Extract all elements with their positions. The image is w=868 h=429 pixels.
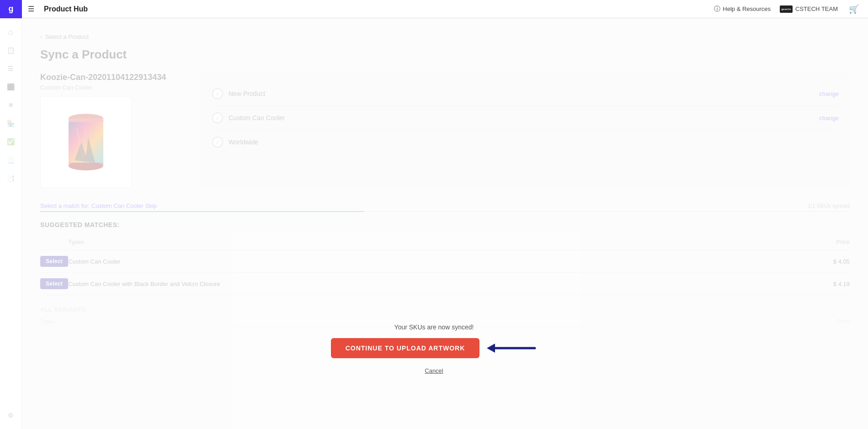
- team-logo: geartn: [780, 5, 793, 13]
- arrow-indicator: [487, 341, 537, 355]
- help-icon: ⓘ: [714, 5, 720, 13]
- synced-box: Your SKUs are now synced! CONTINUE TO UP…: [331, 323, 538, 374]
- continue-row: CONTINUE TO UPLOAD ARTWORK: [331, 338, 538, 358]
- svg-marker-9: [487, 344, 495, 353]
- app-title: Product Hub: [44, 5, 88, 13]
- arrow-svg: [487, 341, 537, 355]
- cancel-link[interactable]: Cancel: [425, 367, 443, 374]
- topbar-right: ⓘ Help & Resources geartn CSTECH TEAM 🛒: [714, 2, 868, 16]
- synced-overlay: Your SKUs are now synced! CONTINUE TO UP…: [0, 0, 868, 429]
- continue-upload-button[interactable]: CONTINUE TO UPLOAD ARTWORK: [331, 338, 480, 358]
- synced-text: Your SKUs are now synced!: [394, 323, 474, 331]
- help-resources-button[interactable]: ⓘ Help & Resources: [714, 5, 771, 13]
- menu-icon: ☰: [28, 5, 34, 13]
- topbar: g ☰ Product Hub ⓘ Help & Resources geart…: [0, 0, 868, 18]
- logo[interactable]: g: [0, 0, 22, 18]
- cart-icon: 🛒: [849, 4, 859, 14]
- cart-button[interactable]: 🛒: [847, 2, 861, 16]
- team-selector[interactable]: geartn CSTECH TEAM: [780, 5, 838, 13]
- menu-button[interactable]: ☰: [22, 0, 40, 18]
